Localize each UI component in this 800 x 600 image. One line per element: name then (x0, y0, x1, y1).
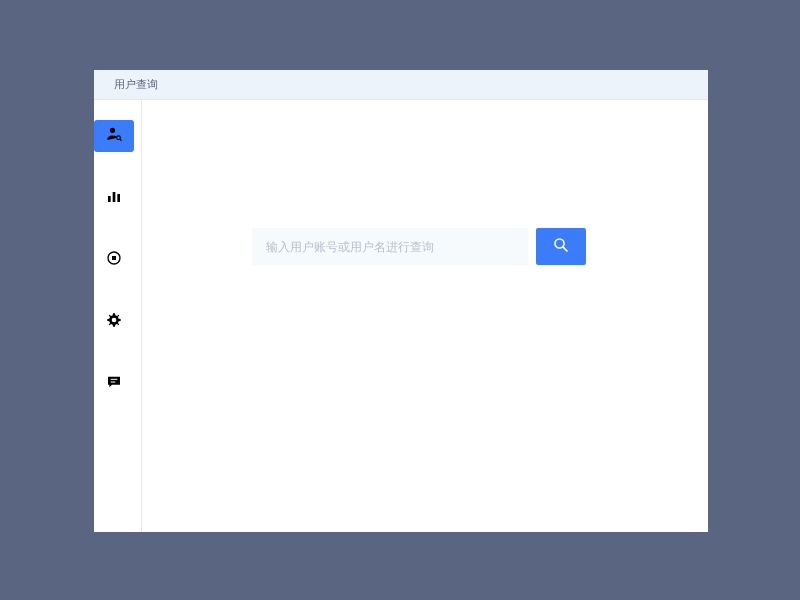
svg-rect-4 (113, 192, 116, 202)
search-button[interactable] (536, 228, 586, 265)
sidebar-item-stop[interactable] (94, 244, 134, 276)
search-row (252, 228, 586, 265)
search-input[interactable] (252, 228, 528, 265)
svg-line-12 (563, 247, 567, 251)
svg-rect-7 (112, 256, 116, 260)
stop-circle-icon (106, 250, 122, 270)
sidebar (94, 100, 142, 532)
main-content (142, 100, 708, 532)
svg-point-8 (112, 318, 117, 323)
page-title: 用户查询 (114, 77, 158, 92)
svg-rect-5 (117, 194, 120, 202)
svg-line-2 (120, 139, 122, 141)
gear-icon (106, 312, 122, 332)
chat-icon (106, 374, 122, 394)
svg-point-0 (110, 128, 115, 133)
sidebar-item-stats[interactable] (94, 182, 134, 214)
bars-icon (106, 188, 122, 208)
svg-rect-3 (108, 196, 111, 202)
window: 用户查询 (94, 70, 708, 532)
svg-point-1 (117, 136, 121, 140)
user-search-icon (105, 125, 123, 147)
sidebar-item-chat[interactable] (94, 368, 134, 400)
search-icon (552, 236, 570, 257)
sidebar-item-user-search[interactable] (94, 120, 134, 152)
sidebar-item-settings[interactable] (94, 306, 134, 338)
header: 用户查询 (94, 70, 708, 100)
